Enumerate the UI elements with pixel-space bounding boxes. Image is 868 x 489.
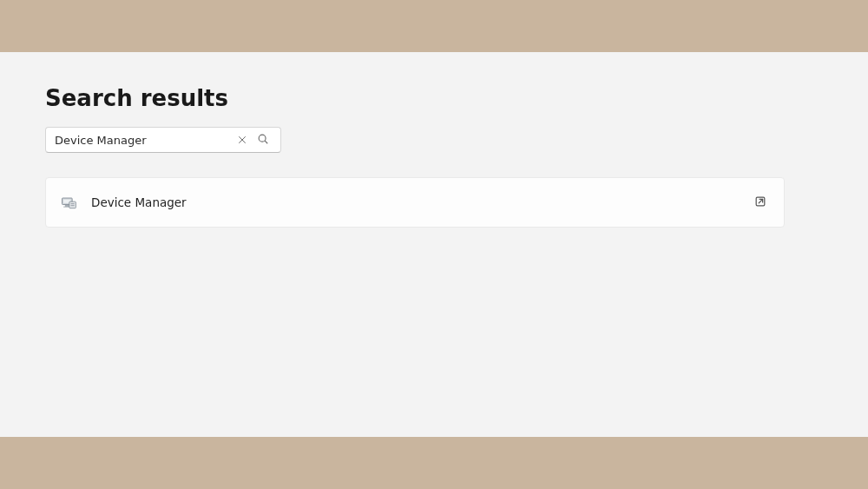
search-icon — [257, 132, 269, 149]
close-icon — [237, 132, 247, 149]
open-external-icon — [754, 195, 766, 211]
svg-point-2 — [259, 135, 266, 142]
svg-line-3 — [265, 141, 267, 143]
result-label: Device Manager — [91, 195, 751, 209]
open-external-button[interactable] — [751, 193, 770, 212]
results-list: Device Manager — [45, 177, 823, 228]
search-button[interactable] — [253, 129, 273, 150]
window-frame-bottom — [0, 437, 868, 489]
clear-search-button[interactable] — [232, 129, 253, 150]
window-frame-top — [0, 0, 868, 52]
device-manager-icon — [60, 194, 77, 211]
svg-rect-8 — [69, 202, 76, 208]
search-input[interactable] — [55, 134, 232, 147]
svg-rect-6 — [65, 205, 69, 206]
svg-line-12 — [759, 199, 762, 202]
page-title: Search results — [45, 85, 823, 111]
search-box[interactable] — [45, 127, 281, 153]
result-device-manager[interactable]: Device Manager — [45, 177, 785, 228]
settings-content: Search results — [0, 52, 868, 437]
